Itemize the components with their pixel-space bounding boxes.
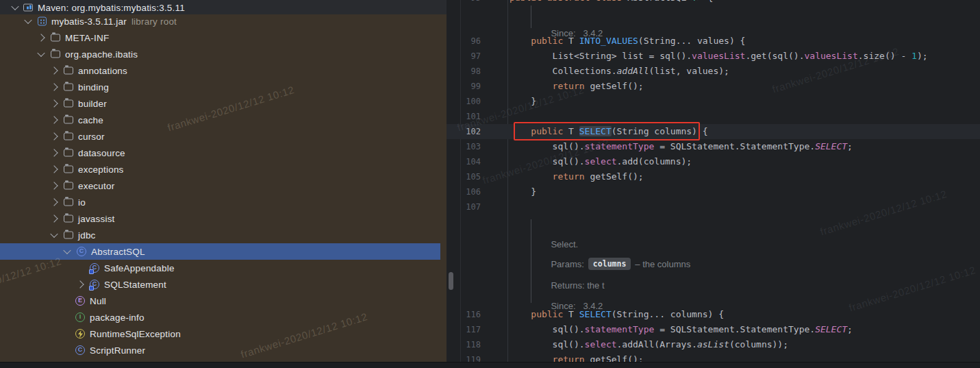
code-editor[interactable]: Since: 3.4.2 95 public abstract class Ab…: [447, 0, 980, 368]
tree-item-binding[interactable]: binding: [0, 79, 447, 95]
tree-item-annotations[interactable]: annotations: [0, 62, 447, 79]
tree-item-javassist[interactable]: javassist: [0, 210, 447, 227]
chevron-right-icon[interactable]: [50, 66, 58, 74]
tree-item-mybatis-jar[interactable]: mybatis-3.5.11.jarlibrary root: [0, 13, 447, 29]
code-line-118[interactable]: 118 sql().select.addAll(Arrays.asList(co…: [447, 337, 980, 352]
folder-icon: [51, 51, 60, 58]
line-number: 101: [447, 109, 481, 124]
chevron-right-icon[interactable]: [50, 149, 58, 156]
code-line-116[interactable]: 116 public T SELECT(String... columns) {: [447, 307, 980, 322]
code-line-117[interactable]: 117 sql().statementType = SQLStatement.S…: [447, 322, 980, 337]
tree-item-label: mybatis-3.5.11.jar: [51, 16, 127, 27]
chevron-down-icon[interactable]: [37, 49, 45, 57]
chevron-right-icon[interactable]: [76, 280, 84, 288]
code-line-98[interactable]: 98 Collections.addAll(list, values);: [447, 64, 980, 79]
chevron-down-icon[interactable]: [50, 230, 58, 238]
folder-icon: [64, 232, 73, 239]
tree-item-label: ScriptRunner: [90, 345, 145, 356]
chevron-right-icon[interactable]: [50, 182, 58, 189]
chevron-right-icon[interactable]: [50, 214, 58, 222]
tree-item-package-info[interactable]: package-info: [0, 309, 447, 326]
tree-item-label: RuntimeSqlException: [90, 329, 181, 339]
folder-icon: [64, 166, 73, 173]
tree-item-maven-library[interactable]: Maven: org.mybatis:mybatis:3.5.11: [0, 0, 447, 14]
chevron-right-icon[interactable]: [50, 165, 58, 173]
code-line-103[interactable]: 103 sql().statementType = SQLStatement.S…: [447, 139, 980, 154]
inner-class-icon: [90, 263, 99, 273]
tree-item-label: io: [78, 197, 86, 208]
chevron-right-icon[interactable]: [50, 132, 58, 140]
tree-item-org-apache-ibatis[interactable]: org.apache.ibatis: [0, 46, 447, 62]
class-icon: [77, 247, 86, 256]
chevron-right-icon[interactable]: [50, 99, 58, 107]
bottom-edge-bar: [0, 362, 980, 368]
tree-item-label: cache: [78, 115, 103, 125]
code-text: return getSelf();: [510, 79, 644, 94]
code-line-99[interactable]: 99 return getSelf();: [447, 79, 980, 94]
code-line-105[interactable]: 105 return getSelf();: [447, 169, 980, 184]
line-number: 103: [447, 139, 481, 154]
code-line-100[interactable]: 100 }: [447, 94, 980, 109]
chevron-right-icon[interactable]: [50, 83, 58, 90]
javadoc-since-line: Since: 3.4.2: [541, 11, 603, 26]
red-annotation-box: [514, 122, 700, 140]
chevron-right-icon[interactable]: [37, 34, 45, 41]
tree-item-scriptrunner[interactable]: ScriptRunner: [0, 342, 447, 358]
tree-scrollbar-thumb[interactable]: [449, 272, 453, 290]
code-text: sql().statementType = SQLStatement.State…: [510, 139, 853, 154]
chevron-down-icon[interactable]: [63, 247, 71, 254]
chevron-right-icon[interactable]: [50, 198, 58, 206]
interface-icon: [75, 312, 85, 322]
tree-item-label: SQLStatement: [104, 280, 166, 290]
line-number: 102: [447, 124, 481, 139]
inner-class-icon: [90, 280, 99, 289]
javadoc-border-line: [531, 219, 531, 303]
tree-item-datasource[interactable]: datasource: [0, 145, 447, 161]
tree-item-cache[interactable]: cache: [0, 112, 447, 128]
tree-item-label: SafeAppendable: [104, 263, 175, 273]
code-line-107[interactable]: 107: [447, 199, 980, 214]
jar-icon: [38, 17, 47, 26]
tree-item-jdbc[interactable]: jdbc: [0, 227, 447, 243]
tree-item-builder[interactable]: builder: [0, 95, 447, 112]
tree-item-label: javassist: [78, 214, 115, 224]
folder-icon: [64, 215, 73, 223]
line-number: 98: [447, 64, 481, 79]
tree-item-label: binding: [78, 82, 109, 93]
enum-icon: [75, 296, 85, 306]
tree-item-sqlstatement[interactable]: SQLStatement: [0, 276, 447, 293]
code-text: sql().select.add(columns);: [510, 154, 692, 169]
project-tree-panel: Maven: org.mybatis:mybatis:3.5.11 mybati…: [0, 0, 447, 368]
chevron-down-icon[interactable]: [24, 16, 32, 24]
tree-item-label: builder: [78, 99, 107, 109]
tree-item-exceptions[interactable]: exceptions: [0, 161, 447, 177]
tree-item-null[interactable]: Null: [0, 293, 447, 309]
code-line-104[interactable]: 104 sql().select.add(columns);: [447, 154, 980, 169]
code-line-95[interactable]: 95 public abstract class AbstractSQL<T> …: [447, 0, 980, 5]
code-line-106[interactable]: 106 }: [447, 184, 980, 199]
chevron-down-icon[interactable]: [11, 2, 18, 10]
tree-item-executor[interactable]: executor: [0, 177, 447, 194]
chevron-right-icon[interactable]: [50, 116, 58, 123]
tree-item-runtimesqlexception[interactable]: RuntimeSqlException: [0, 326, 447, 342]
folder-icon: [64, 182, 73, 190]
tree-item-label: META-INF: [65, 33, 109, 43]
code-text: sql().statementType = SQLStatement.State…: [510, 322, 853, 337]
tree-item-abstractsql-selected[interactable]: AbstractSQL: [0, 243, 440, 260]
code-line-97[interactable]: 97 List<String> list = sql().valuesList.…: [447, 49, 980, 64]
line-number: 97: [447, 49, 481, 64]
tree-item-label: Null: [90, 296, 106, 306]
folder-icon: [64, 84, 73, 91]
line-number: 96: [447, 34, 481, 49]
tree-item-label: package-info: [90, 312, 145, 323]
code-text: return getSelf();: [510, 169, 644, 184]
tree-item-cursor[interactable]: cursor: [0, 128, 447, 145]
code-line-96[interactable]: 96 public T INTO_VALUES(String... values…: [447, 34, 980, 49]
tree-item-meta-inf[interactable]: META-INF: [0, 29, 447, 46]
line-number: 107: [447, 199, 481, 214]
tree-item-safeappendable[interactable]: SafeAppendable: [0, 260, 447, 276]
javadoc-params-line: Params:columns– the columns: [541, 242, 690, 257]
tree-item-label: annotations: [78, 66, 127, 76]
tree-item-io[interactable]: io: [0, 194, 447, 210]
line-number: 106: [447, 184, 481, 199]
